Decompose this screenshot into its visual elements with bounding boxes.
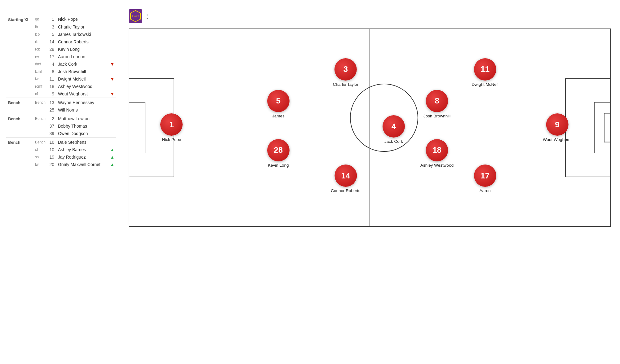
row-position: rcb bbox=[33, 46, 47, 53]
player-name-label: Kevin Long bbox=[268, 163, 289, 168]
row-position: lb bbox=[33, 23, 47, 31]
row-number: 9 bbox=[47, 90, 56, 98]
row-number: 25 bbox=[47, 106, 56, 114]
formation-header: BFC : bbox=[129, 9, 611, 23]
row-number: 4 bbox=[47, 60, 56, 68]
row-section-label: Bench bbox=[6, 138, 33, 146]
row-position: cf bbox=[33, 146, 47, 153]
row-player-name: James Tarkowski bbox=[56, 31, 108, 38]
sub-on-icon: ▲ bbox=[110, 147, 114, 152]
row-player-name: Jack Cork bbox=[56, 60, 108, 68]
row-player-name: Ashley Barnes bbox=[56, 146, 108, 153]
row-number: 39 bbox=[47, 130, 56, 138]
player-number-badge: 5 bbox=[267, 90, 290, 112]
player-james-tarkowski: 5James bbox=[267, 90, 290, 118]
row-number: 37 bbox=[47, 122, 56, 130]
goal-right bbox=[604, 113, 611, 143]
row-number: 13 bbox=[47, 98, 56, 107]
player-charlie-taylor: 3Charlie Taylor bbox=[333, 58, 358, 87]
row-player-name: Wout Weghorst bbox=[56, 90, 108, 98]
row-position: ss bbox=[33, 153, 47, 161]
player-name-label: Dwight McNeil bbox=[472, 82, 498, 87]
sub-on-icon: ▲ bbox=[110, 155, 114, 160]
row-number: 2 bbox=[47, 114, 56, 123]
row-position: lw bbox=[33, 75, 47, 83]
formation-panel: BFC : 1Nick Pope28Kevin Long5James3Charl… bbox=[122, 0, 620, 364]
row-position: rw bbox=[33, 53, 47, 60]
player-name-label: Aaron bbox=[480, 188, 491, 193]
row-player-name: Ashley Westwood bbox=[56, 83, 108, 90]
player-name-label: Jack Cork bbox=[384, 139, 403, 144]
row-player-name: Wayne Hennessey bbox=[56, 98, 108, 107]
player-name-label: James bbox=[272, 114, 285, 118]
row-player-name: Connor Roberts bbox=[56, 38, 108, 46]
row-section-label bbox=[6, 53, 33, 60]
player-number-badge: 3 bbox=[334, 58, 357, 81]
row-player-name: Charlie Taylor bbox=[56, 23, 108, 31]
row-section-label: Bench bbox=[6, 114, 33, 123]
row-section-label bbox=[6, 68, 33, 75]
player-name-label: Josh Brownhill bbox=[423, 114, 450, 118]
row-position bbox=[33, 106, 47, 114]
row-number: 8 bbox=[47, 68, 56, 75]
pitch: 1Nick Pope28Kevin Long5James3Charlie Tay… bbox=[129, 29, 611, 227]
row-section-label: Bench bbox=[6, 98, 33, 107]
player-dwight-mcneil: 11Dwight McNeil bbox=[472, 58, 498, 87]
row-section-label bbox=[6, 161, 33, 168]
sub-off-icon: ▼ bbox=[110, 77, 114, 81]
row-section-label bbox=[6, 38, 33, 46]
player-jack-cork: 4Jack Cork bbox=[383, 115, 405, 144]
row-position: lcb bbox=[33, 31, 47, 38]
row-position: rcmf bbox=[33, 83, 47, 90]
row-number: 17 bbox=[47, 53, 56, 60]
row-number: 10 bbox=[47, 146, 56, 153]
player-aaron-lennon: 17Aaron bbox=[474, 164, 496, 193]
row-player-name: Bobby Thomas bbox=[56, 122, 108, 130]
row-number: 14 bbox=[47, 38, 56, 46]
lineup-table: Starting XIgk1Nick Popelb3Charlie Taylor… bbox=[6, 15, 116, 168]
row-section-label bbox=[6, 122, 33, 130]
row-player-name: Owen Dodgson bbox=[56, 130, 108, 138]
row-position: lcmf bbox=[33, 68, 47, 75]
player-name-label: Ashley Westwood bbox=[420, 163, 454, 168]
player-number-badge: 18 bbox=[426, 139, 448, 161]
row-number: 1 bbox=[47, 15, 56, 23]
player-name-label: Wout Weghorst bbox=[543, 137, 572, 142]
row-section-label bbox=[6, 130, 33, 138]
row-section-label: Starting XI bbox=[6, 15, 33, 23]
player-nick-pope: 1Nick Pope bbox=[160, 113, 183, 142]
row-position: rb bbox=[33, 38, 47, 46]
row-number: 18 bbox=[47, 83, 56, 90]
player-number-badge: 11 bbox=[474, 58, 496, 81]
club-crest: BFC bbox=[129, 9, 142, 23]
row-player-name: Aaron Lennon bbox=[56, 53, 108, 60]
player-connor-roberts: 14Connor Roberts bbox=[331, 164, 360, 193]
formation-title: : bbox=[146, 11, 148, 21]
row-section-label bbox=[6, 75, 33, 83]
row-player-name: Will Norris bbox=[56, 106, 108, 114]
row-position: Bench bbox=[33, 114, 47, 123]
svg-text:BFC: BFC bbox=[132, 15, 139, 18]
row-position: lw bbox=[33, 161, 47, 168]
row-position bbox=[33, 122, 47, 130]
player-number-badge: 4 bbox=[383, 115, 405, 138]
row-position: gk bbox=[33, 15, 47, 23]
sub-off-icon: ▼ bbox=[110, 62, 114, 67]
player-ashley-westwood: 18Ashley Westwood bbox=[420, 139, 454, 168]
player-name-label: Nick Pope bbox=[162, 137, 181, 142]
row-number: 16 bbox=[47, 138, 56, 146]
player-wout-weghorst: 9Wout Weghorst bbox=[543, 113, 572, 142]
player-number-badge: 17 bbox=[474, 164, 496, 187]
row-position: Bench bbox=[33, 98, 47, 107]
row-number: 3 bbox=[47, 23, 56, 31]
row-number: 19 bbox=[47, 153, 56, 161]
row-player-name: Josh Brownhill bbox=[56, 68, 108, 75]
row-position: cf bbox=[33, 90, 47, 98]
player-number-badge: 9 bbox=[546, 113, 568, 136]
row-number: 20 bbox=[47, 161, 56, 168]
goal-area-left bbox=[129, 102, 145, 153]
row-player-name: Dale Stephens bbox=[56, 138, 108, 146]
player-number-badge: 14 bbox=[334, 164, 357, 187]
row-player-name: Matthew Lowton bbox=[56, 114, 108, 123]
player-name-label: Connor Roberts bbox=[331, 188, 360, 193]
